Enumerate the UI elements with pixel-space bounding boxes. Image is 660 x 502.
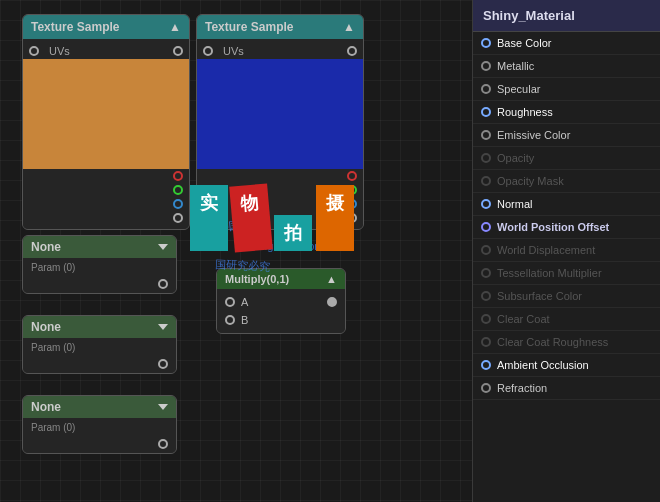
watermark-text-2: enginedx.com [255, 240, 324, 252]
texture-sample-node-2[interactable]: Texture Sample ▲ UVs [196, 14, 364, 230]
param-2-title: None [31, 320, 61, 334]
subsurface-color-pin [481, 291, 491, 301]
param-2-arrow[interactable] [158, 324, 168, 330]
base-color-pin [481, 38, 491, 48]
texture-sample-2-title: Texture Sample [205, 20, 293, 34]
ambient-occlusion-pin [481, 360, 491, 370]
multiply-title: Multiply(0,1) [225, 273, 289, 285]
material-input-opacity-mask[interactable]: Opacity Mask [473, 170, 660, 193]
multiply-out-pin[interactable] [327, 297, 337, 307]
material-input-opacity[interactable]: Opacity [473, 147, 660, 170]
texture-sample-node-1[interactable]: Texture Sample ▲ UVs [22, 14, 190, 230]
param-1-arrow[interactable] [158, 244, 168, 250]
texture-sample-2-preview [197, 59, 363, 169]
refraction-pin [481, 383, 491, 393]
texture-sample-2-uv-pin-in[interactable] [203, 46, 213, 56]
material-input-specular[interactable]: Specular [473, 78, 660, 101]
tessellation-multiplier-label: Tessellation Multiplier [497, 267, 602, 279]
multiply-a-row: A [217, 293, 345, 311]
normal-pin [481, 199, 491, 209]
texture-sample-1-a-row [23, 211, 189, 225]
material-input-tessellation-multiplier[interactable]: Tessellation Multiplier [473, 262, 660, 285]
param-1-title: None [31, 240, 61, 254]
texture-sample-1-b-row [23, 197, 189, 211]
material-input-subsurface-color[interactable]: Subsurface Color [473, 285, 660, 308]
multiply-a-in-pin[interactable] [225, 297, 235, 307]
texture-sample-1-uv-pin-in[interactable] [29, 46, 39, 56]
base-color-label: Base Color [497, 37, 551, 49]
texture-sample-2-r-pin[interactable] [347, 171, 357, 181]
world-position-offset-pin [481, 222, 491, 232]
param-1-pin-row [31, 277, 168, 291]
param-3-title: None [31, 400, 61, 414]
texture-sample-1-uv-row: UVs [23, 43, 189, 59]
param-3-arrow[interactable] [158, 404, 168, 410]
specular-pin [481, 84, 491, 94]
material-input-normal[interactable]: Normal [473, 193, 660, 216]
param-2-label: Param (0) [31, 342, 168, 353]
multiply-a-label: A [241, 296, 248, 308]
texture-sample-1-b-pin[interactable] [173, 199, 183, 209]
texture-sample-1-a-pin[interactable] [173, 213, 183, 223]
texture-sample-2-uv-pin-out[interactable] [347, 46, 357, 56]
texture-sample-2-g-pin[interactable] [347, 185, 357, 195]
param-2-body: Param (0) [23, 338, 176, 373]
param-3-header: None [23, 396, 176, 418]
material-input-roughness[interactable]: Roughness [473, 101, 660, 124]
multiply-b-row: B [217, 311, 345, 329]
material-input-ambient-occlusion[interactable]: Ambient Occlusion [473, 354, 660, 377]
texture-sample-1-body: UVs [23, 39, 189, 229]
param-1-header: None [23, 236, 176, 258]
multiply-b-in-pin[interactable] [225, 315, 235, 325]
texture-sample-1-g-row [23, 183, 189, 197]
specular-label: Specular [497, 83, 540, 95]
param-1-out-pin[interactable] [158, 279, 168, 289]
material-panel-title: Shiny_Material [473, 0, 660, 32]
clear-coat-label: Clear Coat [497, 313, 550, 325]
metallic-pin [481, 61, 491, 71]
opacity-mask-label: Opacity Mask [497, 175, 564, 187]
param-node-1[interactable]: None Param (0) [22, 235, 177, 294]
material-input-metallic[interactable]: Metallic [473, 55, 660, 78]
multiply-header: Multiply(0,1) ▲ [217, 269, 345, 289]
material-input-base-color[interactable]: Base Color [473, 32, 660, 55]
texture-sample-1-r-pin[interactable] [173, 171, 183, 181]
clear-coat-roughness-label: Clear Coat Roughness [497, 336, 608, 348]
material-input-world-position-offset[interactable]: World Position Offset [473, 216, 660, 239]
texture-sample-1-expand[interactable]: ▲ [169, 20, 181, 34]
param-node-2[interactable]: None Param (0) [22, 315, 177, 374]
texture-sample-1-g-pin[interactable] [173, 185, 183, 195]
param-3-out-pin[interactable] [158, 439, 168, 449]
param-2-out-pin[interactable] [158, 359, 168, 369]
material-input-world-displacement[interactable]: World Displacement [473, 239, 660, 262]
texture-sample-1-uv-pin-out[interactable] [173, 46, 183, 56]
multiply-body: A B [217, 289, 345, 333]
texture-sample-2-a-pin[interactable] [347, 213, 357, 223]
texture-sample-2-a-row [197, 211, 363, 225]
texture-sample-1-uv-label: UVs [49, 45, 70, 57]
param-3-body: Param (0) [23, 418, 176, 453]
texture-sample-2-expand[interactable]: ▲ [343, 20, 355, 34]
ambient-occlusion-label: Ambient Occlusion [497, 359, 589, 371]
texture-sample-2-body: UVs [197, 39, 363, 229]
multiply-b-label: B [241, 314, 248, 326]
texture-sample-2-uv-label: UVs [223, 45, 244, 57]
material-input-clear-coat-roughness[interactable]: Clear Coat Roughness [473, 331, 660, 354]
subsurface-color-label: Subsurface Color [497, 290, 582, 302]
normal-label: Normal [497, 198, 532, 210]
param-2-pin-row [31, 357, 168, 371]
texture-sample-1-preview [23, 59, 189, 169]
material-inputs-list: Base Color Metallic Specular Roughness E… [473, 32, 660, 400]
material-input-clear-coat[interactable]: Clear Coat [473, 308, 660, 331]
material-input-refraction[interactable]: Refraction [473, 377, 660, 400]
multiply-expand[interactable]: ▲ [326, 273, 337, 285]
metallic-label: Metallic [497, 60, 534, 72]
texture-sample-2-b-pin[interactable] [347, 199, 357, 209]
material-input-emissive-color[interactable]: Emissive Color [473, 124, 660, 147]
emissive-color-label: Emissive Color [497, 129, 570, 141]
multiply-node[interactable]: Multiply(0,1) ▲ A B [216, 268, 346, 334]
texture-sample-2-uv-row: UVs [197, 43, 363, 59]
refraction-label: Refraction [497, 382, 547, 394]
param-node-3[interactable]: None Param (0) [22, 395, 177, 454]
param-3-label: Param (0) [31, 422, 168, 433]
